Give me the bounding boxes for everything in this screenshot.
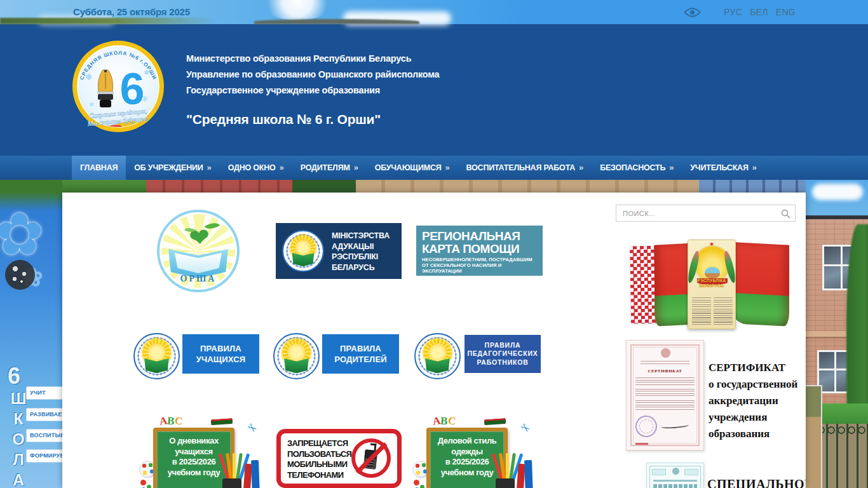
scissors-icon: ✂ xyxy=(244,420,261,437)
floating-widget-button[interactable] xyxy=(5,260,35,290)
rules-teachers-banner[interactable]: ПРАВИЛА ПЕДАГОГИЧЕСКИХ РАБОТНИКОВ xyxy=(463,334,542,374)
certificate-emblem xyxy=(661,348,670,358)
search-input[interactable] xyxy=(616,205,795,221)
dress-code-banner[interactable]: ABC Деловой стиль одежды в 2025/2026 уче… xyxy=(416,416,527,488)
side-banner-word-teaches: УЧИТ xyxy=(26,386,62,400)
flag-caption-line1: РЭСПУБЛІКА xyxy=(688,278,735,283)
topbar: Суббота, 25 октября 2025 РУС БЕЛ ENG xyxy=(0,0,868,24)
chevron-right-icon: » xyxy=(579,156,583,180)
ministry-banner-text: МІНІСТЭРСТВА АДУКАЦЫІ РЭСПУБЛІКІ БЕЛАРУС… xyxy=(332,231,390,273)
logo-number: 6 xyxy=(120,64,145,114)
no-mobile-phones-banner[interactable]: ЗАПРЕЩАЕТСЯ ПОЛЬЗОВАТЬСЯ МОБИЛЬНЫМИ ТЕЛЕ… xyxy=(276,429,402,488)
accessibility-eye-icon[interactable] xyxy=(684,7,701,18)
regional-help-map-banner[interactable]: РЕГИОНАЛЬНАЯ КАРТА ПОМОЩИ НЕСОВЕРШЕННОЛЕ… xyxy=(416,226,543,276)
special-permit-caption: СПЕЦИАЛЬНОЕ xyxy=(707,477,806,488)
page: Суббота, 25 октября 2025 РУС БЕЛ ENG ❄ xyxy=(0,0,868,488)
ministry-emblem-icon xyxy=(282,230,324,272)
search-icon[interactable] xyxy=(781,209,790,219)
flag-parchment: ★ РЭСПУБЛІКА БЕЛАРУСЬ xyxy=(688,240,736,329)
nav-label: ОБУЧАЮЩИМСЯ xyxy=(375,156,442,180)
nav-item-home[interactable]: ГЛАВНАЯ xyxy=(72,156,126,180)
permit-emblem xyxy=(672,468,679,475)
lang-rus[interactable]: РУС xyxy=(724,7,742,17)
orsha-label: ОРША xyxy=(159,274,237,284)
nav-label: ОБ УЧРЕЖДЕНИИ xyxy=(134,156,203,180)
regional-title-line1: РЕГИОНАЛЬНАЯ xyxy=(422,230,537,243)
regional-subtitle: НЕСОВЕРШЕННОЛЕТНИМ, ПОСТРАДАВШИМ ОТ СЕКС… xyxy=(422,257,537,274)
nav-label: УЧИТЕЛЬСКАЯ xyxy=(690,156,748,180)
chalkboard-eraser xyxy=(484,418,506,425)
header-line-ministry: Министерство образования Республики Бела… xyxy=(186,51,439,67)
chevron-right-icon: » xyxy=(752,156,757,180)
content-panel: ❤ ОРША МІНІСТЭРСТВА АДУКАЦЫІ РЭСПУБЛІКІ … xyxy=(62,193,806,488)
side-banner-number: 6 xyxy=(8,363,20,390)
abc-letters: ABC xyxy=(433,415,456,428)
header-line-department: Управление по образованию Оршанского рай… xyxy=(186,67,439,83)
belarus-flag-banner[interactable]: ★ РЭСПУБЛІКА БЕЛАРУСЬ xyxy=(621,238,790,330)
regional-title-line2: КАРТА ПОМОЩИ xyxy=(422,243,537,255)
main-nav: ГЛАВНАЯ ОБ УЧРЕЖДЕНИИ» ОДНО ОКНО» РОДИТЕ… xyxy=(0,156,868,180)
ministry-banner[interactable]: МІНІСТЭРСТВА АДУКАЦЫІ РЭСПУБЛІКІ БЕЛАРУС… xyxy=(276,223,402,279)
school-logo[interactable]: ❄ ❄ ❄ ❄ СРЕДНЯЯ ШКОЛА №6 г.ОРШИ 6 Сохран… xyxy=(70,38,166,135)
lang-bel[interactable]: БЕЛ xyxy=(750,7,768,17)
books-icon xyxy=(244,459,261,488)
nav-label: ОДНО ОКНО xyxy=(228,156,276,180)
svg-text:❄: ❄ xyxy=(89,101,94,108)
side-banner-word-forms: ФОРМИРУЕТ xyxy=(26,449,62,463)
background-school-building xyxy=(806,180,868,488)
current-date: Суббота, 25 октября 2025 xyxy=(73,6,190,17)
flag-caption-line2: БЕЛАРУСЬ xyxy=(688,283,735,288)
rules-parents-banner[interactable]: ПРАВИЛА РОДИТЕЛЕЙ xyxy=(322,334,399,374)
ministry-emblem-icon xyxy=(273,333,320,379)
chevron-right-icon: » xyxy=(280,156,284,180)
rules-students-banner[interactable]: ПРАВИЛА УЧАЩИХСЯ xyxy=(182,334,259,374)
special-permit-document[interactable] xyxy=(646,463,704,488)
background-photo-inset xyxy=(806,385,822,488)
nav-label: РОДИТЕЛЯМ xyxy=(301,156,350,180)
scissors-icon: ✂ xyxy=(517,420,534,437)
search-box xyxy=(616,205,796,222)
nav-label: ВОСПИТАТЕЛЬНАЯ РАБОТА xyxy=(466,156,576,180)
nav-item-teachers[interactable]: УЧИТЕЛЬСКАЯ» xyxy=(682,156,764,180)
no-phones-text: ЗАПРЕЩАЕТСЯ ПОЛЬЗОВАТЬСЯ МОБИЛЬНЫМИ ТЕЛЕ… xyxy=(287,438,351,480)
background-left-banner: ✿ ❀ 6 ШКОЛА УЧИТ РАЗВИВАЕТ ВОСПИТЫВАЕТ Ф… xyxy=(0,180,62,488)
flower-ornament: ✿ xyxy=(0,200,44,268)
nav-label: ГЛАВНАЯ xyxy=(80,156,118,180)
abc-letters: ABC xyxy=(159,415,182,428)
topbar-right: РУС БЕЛ ENG xyxy=(684,0,796,24)
nav-item-about[interactable]: ОБ УЧРЕЖДЕНИИ» xyxy=(126,156,219,180)
nav-item-educational-work[interactable]: ВОСПИТАТЕЛЬНАЯ РАБОТА» xyxy=(458,156,592,180)
header-line-institution: Государственное учреждение образования xyxy=(186,83,439,98)
nav-item-safety[interactable]: БЕЗОПАСНОСТЬ» xyxy=(592,156,682,180)
accreditation-certificate-document[interactable]: СЕРТИФИКАТ xyxy=(626,340,704,451)
chalkboard-eraser xyxy=(211,418,233,425)
nav-label: БЕЗОПАСНОСТЬ xyxy=(600,156,665,180)
side-banner-word-develops: РАЗВИВАЕТ xyxy=(26,408,62,421)
background-photo-strip xyxy=(0,180,868,194)
prohibition-sign-icon xyxy=(351,438,391,478)
chevron-right-icon: » xyxy=(354,156,358,180)
chevron-right-icon: » xyxy=(445,156,450,180)
diaries-banner[interactable]: ABC О дневниках учащихся в 2025/2026 уче… xyxy=(143,416,254,488)
orsha-emblem-banner[interactable]: ❤ ОРША xyxy=(157,210,240,292)
books-icon xyxy=(517,459,534,488)
header-text: Министерство образования Республики Бела… xyxy=(186,51,439,127)
nav-item-parents[interactable]: РОДИТЕЛЯМ» xyxy=(292,156,367,180)
certificate-caption: СЕРТИФИКАТ о государственной аккредитаци… xyxy=(709,360,801,442)
ministry-emblem-icon xyxy=(414,333,461,379)
nav-item-students[interactable]: ОБУЧАЮЩИМСЯ» xyxy=(367,156,458,180)
site-header: ❄ ❄ ❄ ❄ СРЕДНЯЯ ШКОЛА №6 г.ОРШИ 6 Сохран… xyxy=(0,24,868,156)
chevron-right-icon: » xyxy=(207,156,212,180)
background-building xyxy=(254,19,419,24)
ministry-emblem-icon xyxy=(133,333,180,379)
sky-sun-glow xyxy=(259,0,336,20)
lang-eng[interactable]: ENG xyxy=(776,7,796,17)
nav-item-one-window[interactable]: ОДНО ОКНО» xyxy=(220,156,292,180)
side-banner-school-word: ШКОЛА xyxy=(9,390,27,488)
sky-cloud xyxy=(812,184,863,200)
side-banner-word-educates: ВОСПИТЫВАЕТ xyxy=(26,429,62,442)
chevron-right-icon: » xyxy=(669,156,674,180)
school-name: "Средняя школа № 6 г. Орши" xyxy=(186,112,439,127)
certificate-doc-title: СЕРТИФИКАТ xyxy=(627,369,703,374)
background-trees xyxy=(0,18,216,24)
